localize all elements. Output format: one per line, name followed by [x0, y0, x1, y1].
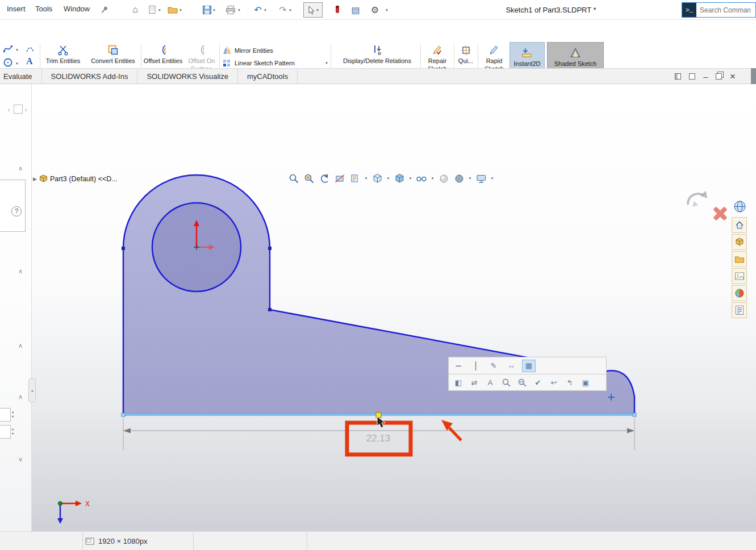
mirror-entities-button[interactable]: Mirror Entities [223, 45, 328, 56]
select-entity-icon[interactable]: ◧ [452, 376, 465, 389]
section-collapse-5-icon[interactable]: ∨ [18, 456, 23, 463]
spline-tool-icon[interactable] [3, 44, 13, 54]
value-input-2[interactable] [0, 425, 11, 439]
section-collapse-2-icon[interactable]: ∧ [18, 268, 23, 275]
resources-globe-icon[interactable] [733, 200, 746, 215]
pane-toggle-left-icon[interactable] [675, 73, 681, 80]
section-collapse-1-icon[interactable]: ∧ [18, 165, 23, 172]
select-tool-button[interactable]: ▼ [303, 2, 323, 18]
sketch-line-icon[interactable]: ─ [452, 360, 465, 372]
search-box[interactable]: >_ [682, 2, 756, 18]
tree-expand-icon[interactable]: ▶ [33, 176, 37, 182]
new-document-icon[interactable] [145, 3, 159, 16]
annotation-text-icon[interactable]: A [483, 376, 497, 389]
circle-caret[interactable]: ▼ [15, 62, 19, 65]
close-icon[interactable]: × [730, 72, 736, 81]
conic-tool-icon[interactable] [25, 44, 35, 54]
table-icon[interactable]: ▤ [349, 3, 362, 16]
save-caret[interactable]: ▼ [212, 9, 216, 12]
convert-entities-button[interactable]: Convert Entities [86, 42, 140, 65]
value-input-1[interactable] [0, 408, 11, 422]
appearances-tab-icon[interactable] [732, 285, 747, 301]
zoom-to-area-icon[interactable] [302, 172, 316, 185]
panel-tab-left-icon[interactable]: ‹ [8, 107, 10, 113]
save-icon[interactable] [200, 3, 214, 16]
home-tab-icon[interactable] [732, 217, 747, 233]
apply-scene-caret[interactable]: ▼ [467, 177, 473, 180]
section-collapse-3-icon[interactable]: ∧ [18, 342, 23, 349]
file-explorer-tab-icon[interactable] [732, 251, 747, 267]
view-settings-icon[interactable] [474, 172, 488, 185]
help-icon[interactable]: ? [11, 206, 22, 216]
restore-icon[interactable] [716, 73, 722, 80]
redo-icon[interactable]: ↷ [276, 3, 290, 16]
display-delete-relations-button[interactable]: Display/Delete Relations ▼ [335, 42, 419, 72]
spline-caret[interactable]: ▼ [15, 48, 19, 52]
hide-show-items-icon[interactable] [415, 172, 428, 185]
zoom-unselect-icon[interactable] [515, 376, 529, 389]
previous-view-icon[interactable] [318, 172, 331, 185]
quick-snaps-button[interactable]: Qui... ▼ [455, 42, 477, 71]
select-tool-caret[interactable]: ▼ [316, 9, 319, 12]
open-icon[interactable] [166, 3, 179, 16]
view-orientation-caret[interactable]: ▼ [386, 177, 391, 180]
make-block-icon[interactable]: ▣ [579, 376, 592, 389]
undo-icon[interactable]: ↶ [251, 3, 265, 16]
view-settings-caret[interactable]: ▼ [490, 177, 495, 180]
sketch-check-icon[interactable]: ✔ [531, 376, 545, 389]
shaded-contour-select-icon[interactable]: ▦ [522, 360, 536, 372]
undo-caret[interactable]: ▼ [264, 9, 267, 12]
sketch-centerline-icon[interactable]: │ [469, 360, 483, 372]
pin-menu-icon[interactable] [95, 0, 114, 19]
design-library-tab-icon[interactable] [732, 234, 747, 250]
custom-properties-tab-icon[interactable] [732, 302, 747, 318]
graphics-area[interactable] [0, 84, 756, 531]
minimize-icon[interactable]: – [703, 73, 708, 81]
undo-relation-icon[interactable]: ↩ [547, 376, 561, 389]
zoom-selection-icon[interactable] [499, 376, 513, 389]
sketch-spline-icon[interactable]: ✎ [487, 360, 500, 372]
linear-sketch-pattern-button[interactable]: Linear Sketch Pattern ▼ [223, 57, 328, 69]
text-tool-icon[interactable]: A [26, 56, 33, 66]
panel-tab-right-icon[interactable]: › [25, 107, 27, 113]
tab-mycadtools[interactable]: myCADtools [238, 69, 298, 84]
print-icon[interactable] [224, 3, 237, 16]
menu-window[interactable]: Window [64, 5, 90, 13]
panel-tab-box[interactable] [14, 105, 23, 114]
tab-evaluate[interactable]: Evaluate [0, 69, 42, 84]
dynamic-annotation-icon[interactable] [348, 172, 362, 185]
trim-entities-button[interactable]: Trim Entities [42, 42, 84, 65]
swap-entities-icon[interactable]: ⇄ [467, 376, 481, 389]
value-spinner-1[interactable]: ▴▾ [12, 410, 14, 419]
confirmation-corner-icon[interactable] [684, 190, 709, 211]
section-collapse-4-icon[interactable]: ∧ [18, 393, 23, 401]
cancel-sketch-icon[interactable] [711, 205, 729, 223]
view-palette-tab-icon[interactable] [732, 268, 747, 284]
offset-entities-button[interactable]: Offset Entities [143, 42, 183, 65]
hide-show-caret[interactable]: ▼ [430, 177, 435, 180]
tab-solidworks-addins[interactable]: SOLIDWORKS Add-Ins [42, 69, 138, 84]
menu-tools[interactable]: Tools [35, 5, 52, 13]
zoom-to-fit-icon[interactable] [287, 172, 300, 185]
menu-insert[interactable]: Insert [7, 5, 26, 13]
corner-trim-icon[interactable]: ↰ [563, 376, 577, 389]
print-caret[interactable]: ▼ [237, 9, 241, 12]
redo-caret[interactable]: ▼ [289, 9, 292, 12]
smart-dimension-icon[interactable]: ↔ [504, 360, 518, 372]
tab-solidworks-visualize[interactable]: SOLIDWORKS Visualize [137, 69, 238, 84]
section-view-icon[interactable] [333, 172, 346, 185]
display-style-caret[interactable]: ▼ [408, 177, 413, 180]
gear-caret[interactable]: ▼ [385, 9, 389, 12]
pane-toggle-right-icon[interactable] [689, 73, 695, 80]
linear-pattern-caret[interactable]: ▼ [325, 61, 328, 65]
gear-icon[interactable]: ⚙ [368, 3, 382, 16]
view-orientation-icon[interactable] [370, 172, 384, 185]
apply-scene-icon[interactable] [452, 172, 466, 185]
edit-appearance-icon[interactable] [437, 172, 450, 185]
new-document-caret[interactable]: ▼ [158, 9, 161, 12]
circle-tool-icon[interactable] [3, 57, 13, 68]
feature-tree-root[interactable]: ▶ Part3 (Default) <<D... [33, 174, 118, 183]
open-caret[interactable]: ▼ [179, 9, 182, 12]
home-icon[interactable]: ⌂ [128, 3, 142, 16]
annotation-caret[interactable]: ▼ [364, 177, 369, 180]
